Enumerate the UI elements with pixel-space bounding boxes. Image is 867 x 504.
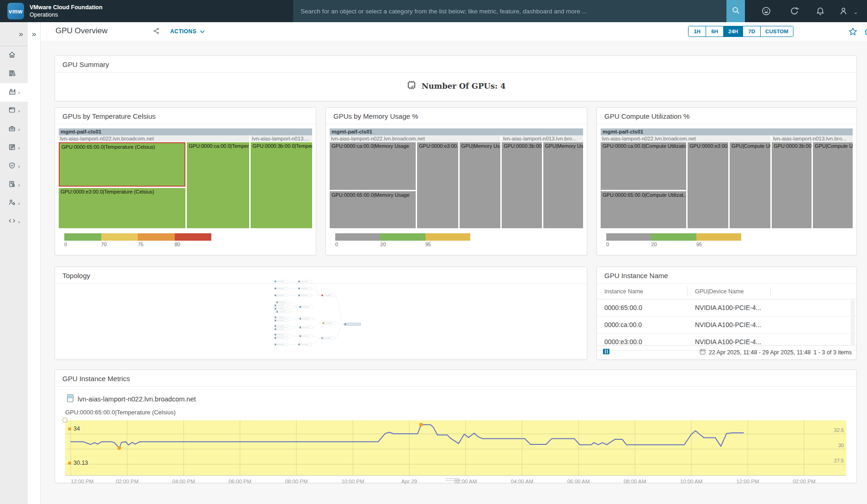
- heatmap-cell[interactable]: GPU:0000:65:00.0|Memory Usage: [330, 191, 416, 228]
- heatmap-cluster-label: mgmt-paif-cls01: [330, 128, 583, 135]
- developer-icon: [8, 217, 16, 227]
- heatmap-cell[interactable]: GPU:0000:3b:00...: [502, 142, 541, 228]
- heatmap-cluster-label: mgmt-paif-cls01: [601, 128, 853, 135]
- heatmap-cell[interactable]: GPU:0000:ca:00.0|Compute Utilization: [601, 142, 686, 190]
- heatmap-legend: 0707580: [64, 233, 211, 248]
- heatmap-host-label: lvn-aias-lamport-n013.lvn.bro...: [772, 135, 853, 142]
- heatmap-cell[interactable]: GPU:0000:e3:00...: [688, 142, 728, 228]
- heatmap-temperature-title: GPUs by Temperature Celsius: [55, 108, 316, 124]
- chevron-right-icon: ›: [18, 108, 20, 114]
- temperature-line-chart[interactable]: 34 30.13 32.53027.5: [65, 420, 846, 476]
- table-row[interactable]: 0000:65:00.0NVIDIA A100-PCIE-4...: [597, 299, 856, 316]
- heatmap-host-label: lvn-aias-lamport-n022.lvn.broadcom.net: [601, 135, 770, 142]
- topology-diagram[interactable]: [272, 279, 365, 348]
- column-header[interactable]: Instance Name: [597, 287, 688, 296]
- feedback-smiley-icon[interactable]: [761, 6, 772, 17]
- time-range-6h[interactable]: 6H: [706, 26, 724, 36]
- heatmap-host-group: lvn-aias-lamport-n013.lvn.bro...GPU:0000…: [502, 135, 583, 228]
- heatmap-cell[interactable]: GPU|Compute Uti...: [813, 142, 853, 228]
- heatmap-cell[interactable]: GPU:0000:ca:00.0|Memory Usage: [330, 142, 416, 190]
- time-range-1h[interactable]: 1H: [689, 26, 706, 36]
- heatmap-cell[interactable]: GPU:0000:65:00.0|Compute Utilizat...: [601, 191, 686, 228]
- administration-icon: [8, 198, 16, 208]
- environment-icon: [8, 87, 16, 97]
- sidebar-item-operations[interactable]: ›: [0, 120, 28, 139]
- time-range-selector: 1H6H24H7DCUSTOM: [688, 26, 793, 37]
- user-menu-chevron-icon[interactable]: ⌄: [854, 9, 858, 15]
- chevron-right-icon: ›: [18, 164, 20, 169]
- dashboard-share-icon[interactable]: [153, 27, 160, 36]
- sidebar-item-audit[interactable]: ›: [0, 176, 28, 194]
- table-scrollbar[interactable]: [851, 300, 855, 345]
- sidebar-item-reports[interactable]: ›: [0, 139, 28, 157]
- column-picker-icon[interactable]: [603, 348, 610, 357]
- chevron-right-icon: ›: [18, 200, 20, 206]
- refresh-icon[interactable]: [789, 6, 800, 17]
- panel-expand-button[interactable]: »: [28, 30, 40, 39]
- sidebar-item-administration[interactable]: ›: [0, 194, 28, 213]
- sidebar-item-developer[interactable]: ›: [0, 213, 28, 231]
- user-icon[interactable]: [838, 6, 849, 17]
- heatmap-host-group: lvn-aias-lamport-n022.lvn.broadcom.netGP…: [59, 135, 249, 228]
- favorite-star-icon[interactable]: [848, 26, 858, 36]
- heatmap-cell[interactable]: GPU:0000:3b:00.0|Temper...: [251, 142, 312, 228]
- heatmap-cell[interactable]: GPU|Memory Us...: [460, 142, 501, 228]
- sidebar-expand-button[interactable]: »: [0, 22, 28, 46]
- global-search: [293, 0, 745, 22]
- heatmap-compute-title: GPU Compute Utilization %: [597, 108, 856, 124]
- chevron-down-icon: [200, 30, 205, 33]
- heatmap-host-group: lvn-aias-lamport-n013....GPU:0000:3b:00.…: [251, 135, 312, 228]
- sidebar-item-compliance[interactable]: ›: [0, 157, 28, 176]
- metric-host-name[interactable]: lvn-aias-lamport-n022.lvn.broadcom.net: [78, 395, 196, 403]
- heatmap-cell[interactable]: GPU:0000:3b:00...: [772, 142, 812, 228]
- max-annotation: 34: [68, 425, 80, 432]
- time-range-custom[interactable]: CUSTOM: [761, 26, 793, 36]
- gpu-overview-page: vmw VMware Cloud Foundation Operations: [0, 0, 867, 504]
- chevron-right-icon: ›: [18, 145, 20, 151]
- x-axis-label: 08:00 PM: [285, 479, 307, 484]
- x-axis-label: 02:00 PM: [116, 479, 138, 484]
- search-input[interactable]: [293, 0, 726, 22]
- heatmap-host-label: lvn-aias-lamport-n013.lvn.bro...: [502, 135, 583, 142]
- sidebar-item-library[interactable]: ›: [0, 65, 28, 83]
- chart-resize-handle[interactable]: [446, 477, 460, 481]
- heatmap-cell[interactable]: GPU:0000:e3:00...: [417, 142, 458, 228]
- operations-icon: [8, 124, 16, 134]
- chevron-right-icon: ›: [18, 182, 20, 188]
- sidebar-item-applications[interactable]: ›: [0, 102, 28, 120]
- chevron-right-icon: ›: [18, 219, 20, 225]
- time-range-7d[interactable]: 7D: [743, 26, 761, 36]
- heatmap-cluster-label: mgmt-paif-cls01: [59, 128, 312, 135]
- actions-label: ACTIONS: [170, 28, 197, 35]
- heatmap-cell[interactable]: GPU|Memory Us...: [543, 142, 583, 228]
- search-button[interactable]: [726, 0, 745, 22]
- library-icon: [8, 69, 16, 79]
- min-marker-dot: [68, 461, 71, 465]
- heatmap-compute-panel: GPU Compute Utilization % mgmt-paif-cls0…: [596, 107, 857, 255]
- table-header: Instance NameGPU|Device Name: [597, 284, 856, 299]
- time-range-24h[interactable]: 24H: [724, 26, 743, 36]
- column-header[interactable]: GPU|Device Name: [688, 287, 771, 296]
- heatmap-cell[interactable]: GPU|Compute Uti...: [730, 142, 770, 228]
- heatmap-temperature-panel: GPUs by Temperature Celsius mgmt-paif-cl…: [55, 107, 316, 255]
- home-dashboard-icon[interactable]: [863, 26, 867, 36]
- gpu-instance-metrics-panel: GPU Instance Metrics lvn-aias-lamport-n0…: [55, 370, 857, 483]
- metric-series-label: GPU:0000:65:00.0|Temperature (Celsius): [65, 409, 176, 416]
- date-range-text: 22 Apr 2025, 11:48 - 29 Apr 2025, 11:48: [709, 349, 811, 356]
- heatmap-cell[interactable]: GPU:0000:e3:00.0|Temperature (Celsius): [59, 188, 185, 228]
- chevron-right-icon: ›: [18, 90, 20, 95]
- sidebar-item-home[interactable]: ›: [0, 46, 28, 65]
- gpu-summary-panel: GPU Summary Number Of GPUs: 4: [55, 55, 857, 101]
- page-title: GPU Overview: [55, 26, 107, 36]
- notifications-bell-icon[interactable]: [815, 6, 826, 17]
- heatmap-cell[interactable]: GPU:0000:ca:00.0|Temper...: [187, 142, 249, 228]
- actions-menu[interactable]: ACTIONS: [170, 28, 205, 35]
- compliance-icon: [8, 161, 16, 171]
- table-row[interactable]: 0000:ca:00.0NVIDIA A100-PCIE-4...: [597, 316, 856, 334]
- x-axis-label: 06:00 AM: [567, 479, 590, 484]
- sidebar-item-environment[interactable]: ›: [0, 83, 28, 102]
- min-annotation: 30.13: [68, 460, 88, 466]
- heatmap-host-label: lvn-aias-lamport-n022.lvn.broadcom.net: [330, 135, 500, 142]
- x-axis-label: 02:00 PM: [793, 479, 815, 484]
- heatmap-cell[interactable]: GPU:0000:65:00.0|Temperature (Celsius): [59, 142, 185, 187]
